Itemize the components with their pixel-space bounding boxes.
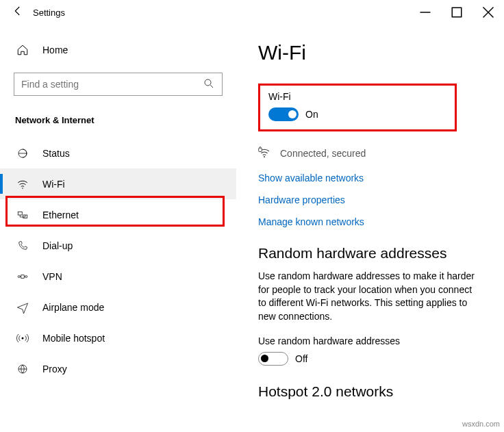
status-icon: [15, 147, 30, 160]
search-input[interactable]: [21, 79, 203, 90]
sidebar-item-airplane[interactable]: Airplane mode: [0, 292, 236, 322]
link-manage-known[interactable]: Manage known networks: [258, 216, 482, 227]
hotspot-heading: Hotspot 2.0 networks: [258, 383, 482, 400]
sidebar-item-label: Mobile hotspot: [42, 333, 105, 344]
close-button[interactable]: [473, 0, 504, 25]
close-icon: [482, 6, 494, 18]
sidebar: Home Network & Internet Status Wi-Fi Eth…: [0, 25, 236, 432]
link-hardware-properties[interactable]: Hardware properties: [258, 194, 482, 205]
svg-rect-12: [21, 275, 25, 278]
svg-point-11: [25, 275, 27, 277]
svg-point-4: [205, 79, 211, 86]
wifi-icon: [15, 178, 30, 190]
svg-point-17: [264, 156, 265, 157]
sidebar-item-label: VPN: [42, 271, 62, 282]
vpn-icon: [15, 270, 30, 283]
svg-rect-8: [18, 212, 22, 215]
connection-row: Connected, secured: [258, 144, 482, 163]
svg-rect-1: [452, 8, 462, 17]
minimize-icon: [419, 6, 431, 18]
random-toggle-state: Off: [295, 353, 307, 364]
hotspot-icon: [15, 332, 30, 344]
page-title: Wi-Fi: [258, 41, 482, 64]
watermark: wsxdn.com: [462, 420, 500, 428]
back-button[interactable]: [5, 5, 30, 20]
sidebar-item-label: Status: [42, 148, 70, 159]
maximize-button[interactable]: [441, 0, 473, 25]
random-toggle-label: Use random hardware addresses: [258, 335, 482, 346]
sidebar-item-ethernet[interactable]: Ethernet: [0, 199, 236, 230]
random-heading: Random hardware addresses: [258, 245, 482, 262]
svg-point-15: [22, 337, 24, 339]
main-panel: Wi-Fi Wi-Fi On Connected, secured Show a…: [236, 25, 504, 432]
section-heading: Network & Internet: [0, 112, 236, 138]
sidebar-item-hotspot[interactable]: Mobile hotspot: [0, 322, 236, 353]
sidebar-item-label: Proxy: [42, 364, 67, 374]
svg-point-10: [18, 275, 20, 277]
airplane-icon: [15, 301, 30, 314]
sidebar-item-vpn[interactable]: VPN: [0, 261, 236, 292]
wifi-toggle[interactable]: [268, 107, 299, 121]
maximize-icon: [451, 6, 463, 18]
svg-rect-18: [259, 148, 262, 151]
search-icon: [203, 77, 215, 92]
sidebar-item-wifi[interactable]: Wi-Fi: [0, 168, 236, 199]
sidebar-item-label: Airplane mode: [42, 302, 104, 313]
svg-point-7: [22, 188, 23, 189]
home-label: Home: [42, 45, 68, 55]
random-description: Use random hardware addresses to make it…: [258, 270, 482, 323]
random-toggle[interactable]: [258, 352, 288, 366]
search-box[interactable]: [14, 73, 223, 96]
title-bar: Settings: [0, 0, 504, 25]
sidebar-item-label: Dial-up: [42, 240, 73, 251]
sidebar-item-label: Wi-Fi: [42, 179, 65, 190]
highlight-box-toggle: Wi-Fi On: [258, 84, 457, 131]
sidebar-item-dialup[interactable]: Dial-up: [0, 230, 236, 261]
dialup-icon: [15, 240, 30, 252]
wifi-toggle-state: On: [305, 109, 318, 120]
sidebar-item-status[interactable]: Status: [0, 138, 236, 168]
window-title: Settings: [30, 8, 65, 18]
ethernet-icon: [15, 209, 30, 221]
wifi-toggle-label: Wi-Fi: [268, 91, 446, 102]
arrow-left-icon: [12, 5, 24, 17]
wifi-secure-icon: [258, 144, 270, 163]
proxy-icon: [15, 363, 30, 375]
sidebar-item-proxy[interactable]: Proxy: [0, 353, 236, 384]
link-show-networks[interactable]: Show available networks: [258, 173, 482, 183]
minimize-button[interactable]: [410, 0, 441, 25]
connection-status: Connected, secured: [280, 148, 366, 159]
home-icon: [15, 44, 30, 56]
home-nav[interactable]: Home: [0, 38, 236, 62]
svg-line-5: [210, 85, 213, 88]
sidebar-item-label: Ethernet: [42, 209, 79, 220]
